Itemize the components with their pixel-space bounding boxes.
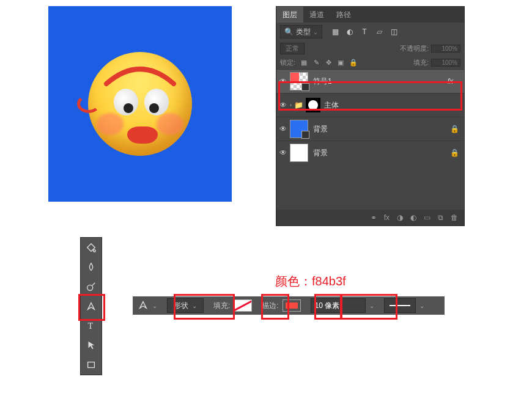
layer-row-group-body[interactable]: 👁 › 📁 主体	[276, 93, 464, 117]
lock-all-icon[interactable]: 🔒	[349, 59, 357, 67]
chevron-down-icon[interactable]: ⌄	[369, 302, 374, 309]
svg-line-1	[92, 283, 95, 286]
layer-name[interactable]: 背景	[313, 124, 450, 134]
stroke-style-select[interactable]	[384, 298, 416, 313]
new-layer-icon[interactable]: ⧉	[438, 213, 443, 222]
chevron-right-icon[interactable]: ›	[290, 102, 292, 108]
smart-object-badge	[301, 83, 309, 91]
lock-artboard-icon[interactable]: ▣	[337, 59, 344, 67]
lock-brush-icon[interactable]: ✎	[312, 59, 320, 67]
bucket-tool[interactable]	[81, 238, 102, 257]
type-tool[interactable]: T	[81, 316, 102, 336]
fill-label: 填充:	[213, 301, 230, 311]
svg-point-0	[87, 285, 93, 290]
canvas-preview	[48, 6, 232, 202]
pen-mode-select[interactable]: 形状 ⌄	[167, 298, 204, 313]
layer-mask-thumb[interactable]	[306, 98, 320, 112]
lock-icon[interactable]: 🔒	[450, 125, 464, 133]
chevron-down-icon: ⌄	[192, 302, 197, 309]
vertical-toolbar: T	[80, 237, 102, 375]
filter-shape-icon[interactable]: ▱	[375, 28, 383, 36]
visibility-toggle[interactable]: 👁	[276, 101, 290, 109]
layer-fx-label[interactable]: fx	[448, 77, 456, 86]
layer-row-bg-smart[interactable]: 👁 背景 🔒	[276, 117, 464, 141]
layers-panel: 图层 通道 路径 🔍 类型 ⌄ ▦ ◐ T ▱ ◫ 正常 不透明度: 100% …	[276, 6, 465, 226]
chevron-down-icon[interactable]: ⌄	[152, 302, 157, 309]
tab-layers[interactable]: 图层	[276, 7, 303, 23]
chevron-down-icon: ⌄	[313, 29, 318, 35]
filter-pixel-icon[interactable]: ▦	[331, 28, 339, 36]
filter-type-icon[interactable]: T	[360, 28, 369, 36]
fill-swatch[interactable]	[234, 299, 252, 312]
pen-tool[interactable]	[81, 296, 102, 316]
trash-icon[interactable]: 🗑	[451, 213, 458, 222]
svg-text:T: T	[88, 321, 94, 331]
layer-row-bg[interactable]: 👁 背景 🔒	[276, 141, 464, 164]
layer-name[interactable]: 符号1	[313, 76, 448, 87]
group-icon[interactable]: ▭	[424, 213, 430, 222]
filter-icon-strip: ▦ ◐ T ▱ ◫	[331, 28, 398, 36]
folder-icon: 📁	[294, 101, 303, 109]
stroke-swatch[interactable]	[283, 299, 301, 312]
visibility-toggle[interactable]: 👁	[276, 148, 290, 157]
layer-thumb	[290, 144, 308, 162]
filter-adjust-icon[interactable]: ◐	[345, 28, 354, 36]
opacity-value[interactable]: 100%	[431, 45, 460, 53]
layer-row-symbol1[interactable]: 👁 符号1 fx ⌄	[276, 69, 464, 93]
blur-tool[interactable]	[81, 257, 102, 277]
lock-move-icon[interactable]: ✥	[325, 59, 332, 67]
opacity-label: 不透明度:	[400, 44, 429, 53]
fx-icon[interactable]: fx	[384, 213, 390, 222]
pen-mode-value: 形状	[174, 301, 188, 311]
layer-name[interactable]: 背景	[313, 148, 450, 158]
tab-paths[interactable]: 路径	[330, 7, 357, 23]
dodge-tool[interactable]	[81, 277, 102, 296]
search-icon: 🔍	[284, 28, 294, 36]
panel-footer: ⚭ fx ◑ ◐ ▭ ⧉ 🗑	[276, 210, 464, 226]
mask-icon[interactable]: ◑	[397, 213, 403, 222]
smart-object-badge	[301, 131, 309, 139]
chevron-down-icon[interactable]: ⌄	[456, 78, 464, 84]
fill-label: 填充:	[413, 58, 429, 67]
layer-name[interactable]: 主体	[324, 100, 464, 111]
options-bar: ⌄ 形状 ⌄ 填充: 描边: 10 像素 ⌄ ⌄	[133, 296, 445, 315]
color-annotation: 颜色：f84b3f	[275, 273, 346, 290]
visibility-toggle[interactable]: 👁	[276, 77, 290, 86]
emoji-art	[88, 52, 192, 156]
pen-tool-icon[interactable]	[138, 299, 149, 312]
link-icon[interactable]: ⚭	[371, 213, 377, 222]
svg-rect-3	[88, 362, 95, 368]
fill-value[interactable]: 100%	[431, 59, 460, 67]
lock-icon[interactable]: 🔒	[450, 148, 464, 157]
visibility-toggle[interactable]: 👁	[276, 125, 290, 133]
lock-pixels-icon[interactable]: ▦	[300, 59, 308, 67]
layer-filter-select[interactable]: 🔍 类型 ⌄	[280, 25, 322, 38]
chevron-down-icon[interactable]: ⌄	[419, 302, 424, 309]
lock-label: 锁定:	[280, 58, 295, 67]
stroke-label: 描边:	[262, 301, 278, 311]
adjustment-icon[interactable]: ◐	[410, 213, 416, 222]
filter-smart-icon[interactable]: ◫	[390, 28, 398, 36]
blend-mode-select[interactable]: 正常	[280, 43, 305, 54]
tab-channels[interactable]: 通道	[303, 7, 330, 23]
layer-filter-text: 类型	[296, 27, 311, 37]
panel-tabs: 图层 通道 路径	[276, 7, 464, 23]
stroke-width-field[interactable]: 10 像素	[311, 298, 366, 313]
rectangle-tool[interactable]	[81, 355, 102, 375]
path-select-tool[interactable]	[81, 336, 102, 355]
